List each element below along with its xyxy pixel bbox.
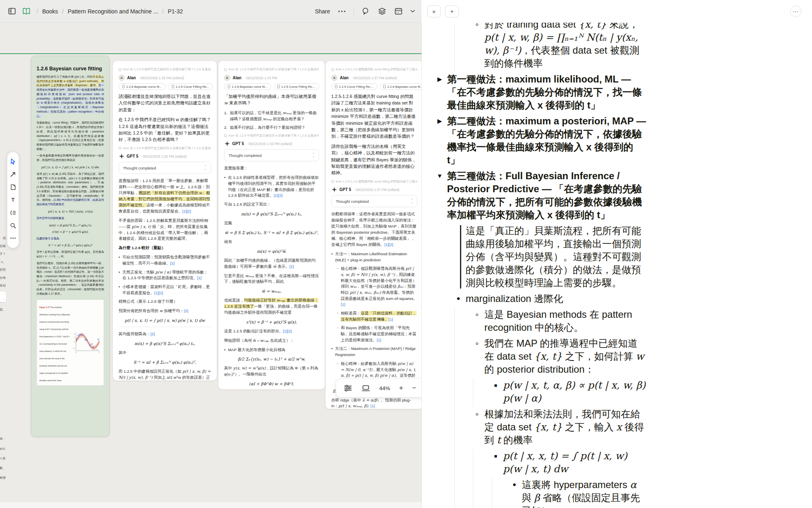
comment-icon[interactable] bbox=[361, 7, 370, 16]
list-item: •方法一：Maximum Likelihood Estimation (MLE)… bbox=[331, 251, 417, 263]
source-backlink[interactable]: from 在 1.2.5 中我們不是已經找到 w 的最佳解了嗎？1.2.6 這邊… bbox=[119, 146, 211, 150]
chat-card[interactable]: from 在 1.2.5 中我們不是已經找到 w 的最佳解了嗎？1.2.6 這邊… bbox=[113, 61, 217, 380]
thought-toggle[interactable]: Thought completed⌃⌄ bbox=[331, 195, 417, 208]
reference-chips: 1.2.5 Curve Fitting Re-...1.2.6 Bayesian… bbox=[331, 83, 417, 90]
sidebar-toggle-icon[interactable] bbox=[7, 7, 16, 16]
notes-panel[interactable]: ◦對於 training data set {x, t} 來說，p(t | x,… bbox=[421, 23, 812, 508]
paragraph: 可由 1.2.6 的設定下寫出： bbox=[224, 202, 319, 208]
thought-toggle[interactable]: Thought completed⌃⌄ bbox=[119, 162, 211, 174]
collapse-stepper[interactable]: ⌃⌃ bbox=[0, 291, 6, 302]
reference-chip[interactable]: 1.2.6 Bayesian curve fit... bbox=[119, 83, 166, 90]
list-item: ◦核心精神：假設觀測噪聲為高斯分佈 p(t | x, w, β) = N(t |… bbox=[331, 266, 417, 308]
citation-link[interactable]: [1] bbox=[389, 317, 393, 321]
message-author-row: AAlan· 09/22/2025 1:33 PM bbox=[224, 75, 319, 81]
svg-text:t: t bbox=[74, 336, 75, 339]
svg-text:1: 1 bbox=[99, 352, 100, 353]
reference-chip[interactable]: 1.2.5 Curve Fitting Re-... bbox=[274, 83, 320, 90]
chat-card[interactable]: from 1.2.5-1.2.6 感覺總共對 curve fitting 的問題… bbox=[326, 61, 421, 409]
fit-page-icon[interactable] bbox=[361, 384, 370, 393]
paragraph: 「加權平均後所得到的曲線」本身可以被用某個 w 來表示嗎？ bbox=[224, 93, 319, 107]
breadcrumb-page[interactable]: P1-32 bbox=[168, 8, 183, 15]
zoom-out-button[interactable]: − bbox=[412, 384, 416, 392]
layers-icon[interactable] bbox=[378, 7, 387, 16]
bullet-marker: ◦ bbox=[472, 408, 482, 421]
citation-link[interactable]: [2] bbox=[170, 261, 175, 265]
paragraph: 簡短證明（為何 ŵ = wₘₐₚ 在此成立）： bbox=[224, 338, 319, 344]
panel-more-button[interactable]: ⋯ bbox=[790, 6, 801, 17]
citation-link[interactable]: [1][2] bbox=[384, 242, 393, 247]
formula: β/2 Σₙ{y(xₙ, w) − tₙ}² + α/2 wᵀw, bbox=[224, 357, 319, 361]
thought-toggle[interactable]: Thought completed⌃⌄ bbox=[224, 149, 319, 162]
citation-link[interactable]: [1] bbox=[197, 276, 201, 280]
workspace-bottom-strip bbox=[0, 501, 421, 508]
gpt-icon bbox=[331, 187, 337, 193]
source-backlink[interactable]: from 在 1.2.5 中我們不是已經找到 w 的最佳解了嗎？1.2.6 這邊… bbox=[119, 67, 211, 72]
paragraph: 因此「加權平均後的曲線」（也就是貝葉斯預測的均值曲線）可用單一參數向量 ŵ 表示… bbox=[224, 258, 319, 270]
canvas-workspace[interactable]: 強想從 1.71 的第裡的例子？依賴於 x。造成對 t 的預預測分佈參數的未知果… bbox=[0, 23, 421, 508]
citation-link[interactable]: [1][2] bbox=[274, 193, 283, 198]
view-settings-icon[interactable] bbox=[343, 384, 352, 393]
citation-link[interactable]: [1][2] bbox=[154, 291, 163, 295]
bullet-marker: ▪ bbox=[491, 379, 501, 392]
ordered-list-item: 1.如果可以的話，它不就是是比 wₘₐₚ 更強的一條曲線嗎？這樣感覺跟 wₘₐₚ… bbox=[224, 110, 319, 122]
calendar-icon[interactable] bbox=[394, 7, 403, 16]
reference-chip[interactable]: 1.2.6 Bayesian curve fit... bbox=[380, 83, 421, 90]
paragraph: 1.2.5-1.2.6 感覺總共對 curve fitting 的問題討論了三種… bbox=[331, 93, 417, 140]
formula: ŵ = wₘₐₚ. bbox=[224, 289, 319, 293]
book-icon[interactable] bbox=[22, 7, 31, 16]
citation-link[interactable]: [1] bbox=[377, 338, 381, 342]
more-tools-icon[interactable] bbox=[10, 235, 16, 241]
add-tab-button[interactable]: + bbox=[445, 5, 459, 17]
disclosure-triangle[interactable]: ▶ bbox=[435, 115, 445, 128]
search-icon[interactable] bbox=[10, 222, 16, 229]
share-button[interactable]: Share bbox=[315, 8, 330, 15]
pdf-paragraph: 我們可以看到，預測分佈 (1.69) 的變異數和平均一樣，也依賴於 x。式 (1… bbox=[37, 261, 104, 296]
zoom-in-button[interactable]: + bbox=[399, 384, 403, 392]
reference-chip[interactable]: 1.2.5 Curve Fitting Re-... bbox=[331, 83, 377, 90]
note-tool-icon[interactable] bbox=[10, 184, 16, 191]
citation-link[interactable]: [2] bbox=[184, 308, 188, 313]
collapse-panel-button[interactable]: » bbox=[427, 5, 441, 17]
page-icon bbox=[335, 85, 337, 88]
zoom-level-value[interactable]: 44% bbox=[379, 385, 390, 391]
disclosure-triangle[interactable]: ▼ bbox=[435, 169, 445, 182]
pdf-paragraph: 其中其平均與變異數為 bbox=[37, 216, 104, 221]
pdf-paragraph: 其中 I 是單位矩陣，而我們定義了向量 φ(x)，其元素為 φᵢ(x) = xⁱ… bbox=[37, 250, 104, 258]
source-backlink[interactable]: from 1.2.5-1.2.6 感覺總共對 curve fitting 的問題… bbox=[331, 180, 417, 184]
citation-link[interactable]: [2] bbox=[289, 264, 294, 269]
paragraph: 定義 bbox=[224, 220, 319, 226]
chevron-down-icon[interactable] bbox=[410, 7, 415, 16]
reference-chip[interactable]: 1.2.5 Curve Fitting Re... bbox=[168, 83, 213, 90]
citation-link[interactable]: [1][2] bbox=[283, 329, 292, 333]
paragraph: 它是不是比 wₘₐₚ 更強？不會。在這種高斯—線性情況下，後驗眨數等於後驗平均，… bbox=[224, 273, 319, 285]
page-icon bbox=[383, 85, 386, 88]
arrow-tool-icon[interactable] bbox=[10, 171, 16, 178]
source-backlink[interactable]: from 在 1.2.5 中我們不是已經找到 w 的最佳解了嗎？1.2.6 這邊… bbox=[224, 67, 319, 72]
disclosure-triangle[interactable]: ▶ bbox=[435, 73, 445, 86]
chat-card[interactable]: from 在 1.2.5 中我們不是已經找到 w 的最佳解了嗎？1.2.6 這邊… bbox=[218, 61, 325, 389]
formula: S⁻¹ = αI + β Σₙ₌₁ᴺ φ(xₙ) φ(xₙ)ᵀ, bbox=[119, 360, 211, 365]
pdf-section-card[interactable]: 1.2.6 Bayesian curve fitting 雖然我們已經引入了先驗… bbox=[31, 56, 110, 437]
message-author-row: GPT 5· 09/22/2025 1:37 PM (edited) bbox=[331, 187, 417, 193]
citation-link[interactable]: [1][2] bbox=[182, 209, 191, 213]
select-cursor-icon[interactable] bbox=[10, 158, 16, 165]
citation-link[interactable]: [2] bbox=[150, 332, 155, 336]
figure-label: Figure 1.17 bbox=[39, 306, 50, 308]
bullet-marker: ▪ bbox=[491, 449, 501, 462]
breadcrumb-books[interactable]: Books bbox=[42, 8, 58, 15]
reference-chip[interactable]: 1.2.6 Bayesian curve fit... bbox=[224, 83, 271, 90]
expand-icon: ⌃⌄ bbox=[410, 199, 413, 204]
reference-chips: 1.2.6 Bayesian curve fit...1.2.5 Curve F… bbox=[224, 83, 319, 90]
paragraph: 在 1.2.5 中我們不是已經找到 w 的最佳解了嗎？1.2.6 這邊為什麼還要… bbox=[119, 116, 211, 143]
breadcrumb-document[interactable]: Pattern Recognition and Machine ... bbox=[68, 8, 158, 15]
outline-tool-icon[interactable] bbox=[10, 209, 16, 216]
svg-text:1: 1 bbox=[74, 334, 75, 335]
paragraph: 請你告訴我每一種方法的名稱（用英文寫），核心精神，以及相較於前一種方法的關鍵差異… bbox=[331, 143, 417, 176]
source-backlink[interactable]: from 在 1.2.5 中我們不是已經找到 w 的最佳解了嗎？1.2.6 這邊… bbox=[224, 134, 319, 138]
more-icon[interactable] bbox=[337, 7, 346, 16]
text-tool-icon[interactable]: T bbox=[10, 197, 16, 203]
citation-link[interactable]: [1] bbox=[341, 302, 345, 306]
source-backlink[interactable]: from 1.2.5-1.2.6 感覺總共對 curve fitting 的問題… bbox=[331, 67, 417, 72]
citation-link[interactable]: [1] bbox=[370, 404, 375, 408]
bullet-marker: • bbox=[454, 292, 463, 305]
